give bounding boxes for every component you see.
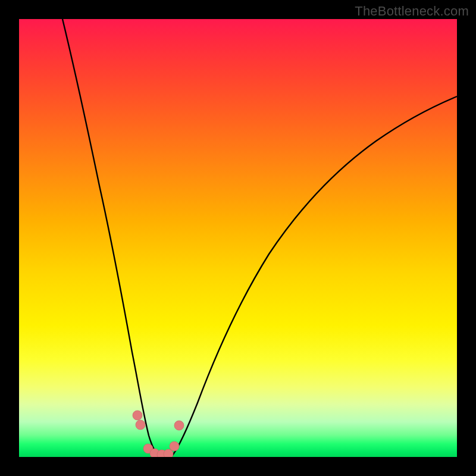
- data-marker: [133, 411, 142, 420]
- data-marker: [170, 441, 179, 451]
- data-marker: [136, 420, 145, 430]
- marker-group: [133, 411, 184, 457]
- chart-svg: [19, 19, 457, 457]
- watermark-text: TheBottleneck.com: [355, 4, 469, 19]
- plot-area: [19, 19, 457, 457]
- chart-frame: TheBottleneck.com: [0, 0, 476, 476]
- data-marker: [174, 421, 184, 430]
- curve-left-branch: [62, 19, 159, 455]
- curve-right-branch: [173, 96, 457, 455]
